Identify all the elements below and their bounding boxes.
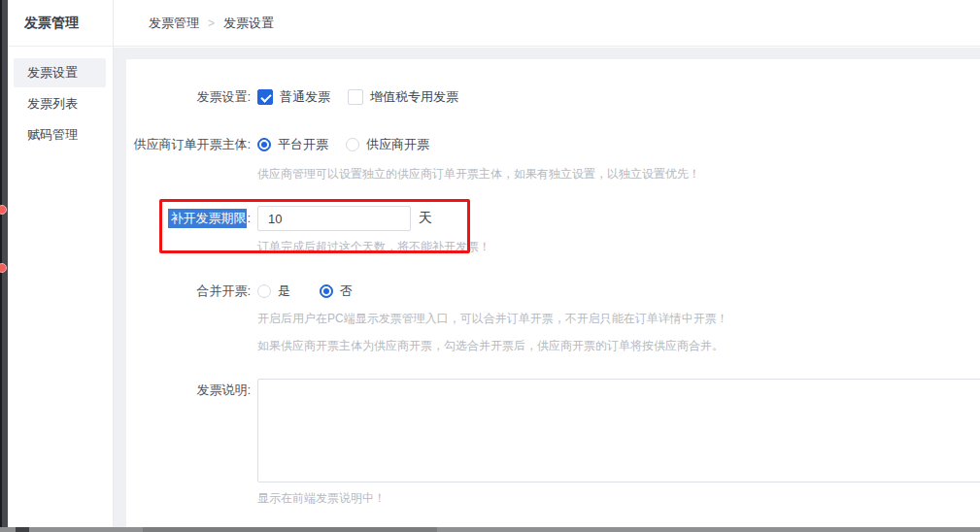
notification-badge bbox=[0, 205, 7, 215]
radio-merge-no-label[interactable]: 否 bbox=[340, 283, 353, 300]
breadcrumb-separator-icon: > bbox=[208, 17, 215, 30]
reissue-deadline-help-text: 订单完成后超过这个天数，将不能补开发票！ bbox=[257, 239, 490, 254]
checkbox-vat-special-invoice-label[interactable]: 增值税专用发票 bbox=[370, 88, 458, 106]
sidebar-menu: 发票设置 发票列表 赋码管理 bbox=[8, 47, 113, 150]
supplier-subject-label: 供应商订单开票主体: bbox=[126, 136, 251, 153]
sidebar-title: 发票管理 bbox=[8, 0, 113, 47]
invoice-setting-row: 发票设置: 普通发票 增值税专用发票 bbox=[126, 88, 980, 106]
radio-merge-no[interactable] bbox=[320, 284, 333, 298]
sidebar-item-invoice-settings[interactable]: 发票设置 bbox=[14, 58, 106, 87]
invoice-note-textarea[interactable] bbox=[257, 379, 980, 482]
invoice-note-help-text: 显示在前端发票说明中！ bbox=[257, 490, 386, 506]
settings-form-card: 发票设置: 普通发票 增值税专用发票 供应商订单开票主体: 平台开票 供应商开票… bbox=[126, 59, 980, 527]
reissue-deadline-unit: 天 bbox=[419, 210, 432, 227]
selected-text-highlight: 补开发票期限 bbox=[168, 209, 247, 228]
main-area: 发票设置: 普通发票 增值税专用发票 供应商订单开票主体: 平台开票 供应商开票… bbox=[114, 48, 980, 527]
supplier-subject-row: 供应商订单开票主体: 平台开票 供应商开票 bbox=[126, 136, 980, 153]
reissue-deadline-input[interactable] bbox=[257, 206, 411, 231]
radio-platform-invoicing[interactable] bbox=[257, 138, 271, 151]
radio-merge-yes-label[interactable]: 是 bbox=[278, 283, 290, 300]
horizontal-scrollbar[interactable] bbox=[0, 527, 980, 532]
invoice-note-label: 发票说明: bbox=[126, 379, 251, 399]
breadcrumb-bar: 发票管理 > 发票设置 bbox=[114, 0, 980, 47]
merge-invoice-help-text-2: 如果供应商开票主体为供应商开票，勾选合并开票后，供应商开票的订单将按供应商合并。 bbox=[257, 338, 724, 353]
label-colon: : bbox=[247, 211, 251, 225]
horizontal-scrollbar-thumb[interactable] bbox=[143, 527, 437, 532]
notification-badge bbox=[0, 263, 7, 273]
radio-supplier-invoicing[interactable] bbox=[346, 138, 359, 151]
invoice-setting-label: 发票设置: bbox=[126, 88, 251, 106]
sidebar-item-code-management[interactable]: 赋码管理 bbox=[14, 120, 106, 150]
sidebar-item-invoice-list[interactable]: 发票列表 bbox=[14, 89, 106, 118]
sidebar: 发票管理 发票设置 发票列表 赋码管理 bbox=[8, 0, 114, 532]
checkbox-ordinary-invoice-label[interactable]: 普通发票 bbox=[280, 88, 330, 106]
radio-platform-invoicing-label[interactable]: 平台开票 bbox=[278, 136, 328, 153]
reissue-deadline-label: 补开发票期限: bbox=[126, 210, 251, 227]
scrollbar-corner bbox=[16, 527, 29, 532]
checkbox-ordinary-invoice[interactable] bbox=[257, 89, 273, 105]
supplier-subject-help-text: 供应商管理可以设置独立的供应商订单开票主体，如果有独立设置，以独立设置优先！ bbox=[257, 166, 700, 182]
reissue-deadline-row: 补开发票期限: 天 bbox=[126, 206, 980, 231]
merge-invoice-help-text-1: 开启后用户在PC端显示发票管理入口，可以合并订单开票，不开启只能在订单详情中开票… bbox=[257, 311, 728, 326]
radio-supplier-invoicing-label[interactable]: 供应商开票 bbox=[366, 136, 429, 153]
collapsed-nav-rail bbox=[0, 0, 8, 532]
breadcrumb-item-invoice-settings[interactable]: 发票设置 bbox=[223, 15, 274, 32]
checkbox-vat-special-invoice[interactable] bbox=[348, 89, 363, 105]
breadcrumb-item-invoice-management[interactable]: 发票管理 bbox=[149, 15, 199, 32]
merge-invoice-label: 合并开票: bbox=[126, 283, 251, 300]
radio-merge-yes[interactable] bbox=[257, 284, 271, 298]
merge-invoice-row: 合并开票: 是 否 bbox=[126, 283, 980, 299]
